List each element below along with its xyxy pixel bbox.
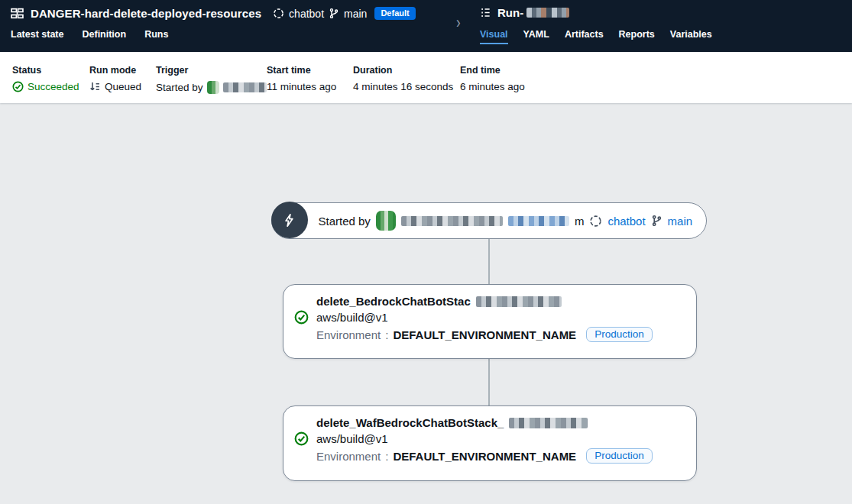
redacted-user-name [401,216,503,226]
summary-status-value: Succeeded [28,81,79,92]
node-title-text: delete_BedrockChatBotStac [316,295,471,308]
workflow-nav: Latest state Definition Runs [11,29,168,40]
production-badge: Production [586,448,653,464]
branch-icon [651,215,662,227]
redacted-commit-ref [508,216,569,226]
summary-run-mode-label: Run mode [89,65,156,76]
summary-end-time-label: End time [460,65,525,76]
success-icon [294,310,309,325]
lightning-icon [282,213,296,228]
trigger-circle [271,202,308,238]
tab-yaml[interactable]: YAML [523,29,549,44]
trigger-pill-avatar [376,211,396,231]
summary-end-time: End time 6 minutes ago [460,65,525,103]
trigger-pill-content: Started by m chatbot main [319,211,693,231]
top-header: DANGER-hard-delete-deployed-resources ch… [0,0,852,52]
workflow-title: DANGER-hard-delete-deployed-resources [31,7,261,20]
run-list-icon [480,7,491,18]
environment-label: Environment [316,450,381,463]
success-icon [12,81,24,92]
chevron-right-icon[interactable]: › [456,13,461,33]
environment-label: Environment [316,328,381,341]
summary-start-time: Start time 11 minutes ago [267,65,353,103]
workflow-canvas[interactable]: Started by m chatbot main delete_Bedro [0,103,852,504]
node-title-text: delete_WafBedrockChatBotStack_ [316,416,504,429]
tab-reports[interactable]: Reports [619,29,655,44]
tab-visual[interactable]: Visual [480,29,508,44]
environment-separator: : [385,450,388,463]
summary-start-time-label: Start time [267,65,353,76]
summary-duration: Duration 4 minutes 16 seconds [353,65,460,103]
redacted-trigger-user [223,82,267,92]
node-action-label: aws/build@v1 [316,311,388,324]
summary-duration-value: 4 minutes 16 seconds [353,81,453,92]
nav-definition[interactable]: Definition [82,29,126,40]
run-summary-bar: Status Succeeded Run mode Queued Trigger [0,52,852,103]
action-node-delete-bedrock[interactable]: delete_BedrockChatBotStac aws/build@v1 E… [283,284,697,359]
tab-artifacts[interactable]: Artifacts [565,29,604,44]
redacted-run-id [526,8,569,18]
workflow-icon [11,7,24,20]
trigger-avatar [207,81,220,94]
repository-icon [273,8,284,19]
repo-link[interactable]: chatbot [289,8,324,20]
summary-run-mode-value: Queued [105,81,141,92]
redacted-node-title-suffix [509,418,588,428]
branch-link[interactable]: main [344,8,367,20]
pill-repo-link[interactable]: chatbot [607,215,645,228]
production-badge: Production [586,327,653,342]
summary-trigger-label: Trigger [156,65,267,76]
repo-group: chatbot main Default [273,7,416,20]
pill-branch-link[interactable]: main [668,215,693,228]
summary-duration-label: Duration [353,65,460,76]
success-icon [294,431,309,446]
redacted-node-title-suffix [476,296,562,307]
summary-trigger-value: Started by [156,82,203,93]
run-tabs: Visual YAML Artifacts Reports Variables [480,29,712,44]
summary-status-label: Status [12,65,89,76]
summary-run-mode: Run mode Queued [89,65,156,103]
tab-variables[interactable]: Variables [670,29,712,44]
trigger-suffix: m [575,215,585,228]
queued-icon [89,81,101,92]
branch-icon [329,8,339,19]
summary-start-time-value: 11 minutes ago [267,81,336,92]
action-node-delete-waf-bedrock[interactable]: delete_WafBedrockChatBotStack_ aws/build… [283,405,697,481]
summary-trigger: Trigger Started by [156,65,267,103]
default-badge: Default [374,7,415,20]
run-title: Run- [497,6,523,19]
environment-name: DEFAULT_ENVIRONMENT_NAME [393,450,576,463]
summary-status: Status Succeeded [12,65,89,103]
nav-runs[interactable]: Runs [144,29,168,40]
node-action-label: aws/build@v1 [316,432,388,445]
trigger-pill: Started by m chatbot main [271,202,707,239]
run-header-row: Run- [480,6,569,19]
repository-icon [589,215,602,228]
nav-latest-state[interactable]: Latest state [11,29,63,40]
summary-end-time-value: 6 minutes ago [460,81,525,92]
environment-name: DEFAULT_ENVIRONMENT_NAME [393,328,576,341]
trigger-prefix: Started by [319,215,371,228]
workflow-header-row: DANGER-hard-delete-deployed-resources ch… [11,7,416,20]
environment-separator: : [385,328,388,341]
